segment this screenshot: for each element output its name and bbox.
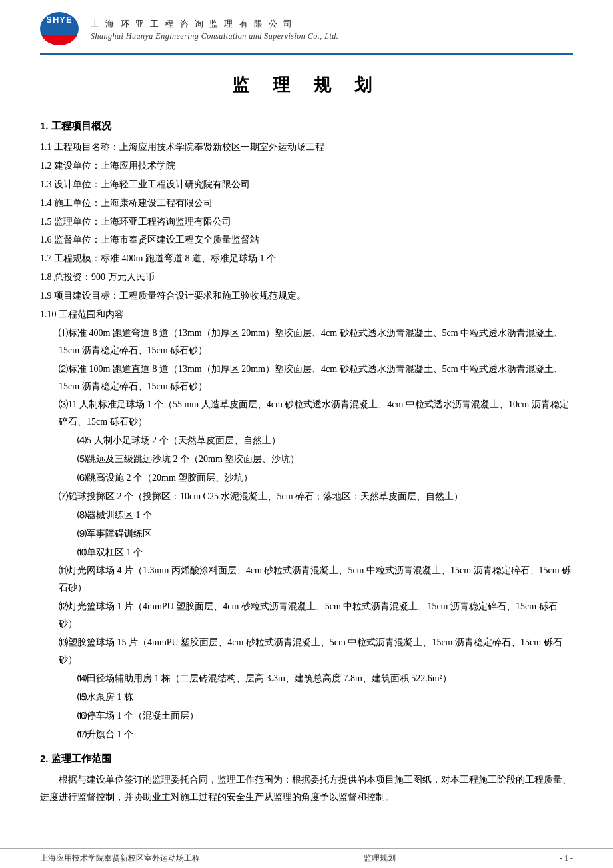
item-1-9: 1.9 项目建设目标：工程质量符合设计要求和施工验收规范规定。 [40,287,573,305]
sub-item-7: ⑺铅球投掷区 2 个（投掷区：10cm C25 水泥混凝土、5cm 碎石；落地区… [40,488,573,505]
sub-item-11: ⑾灯光网球场 4 片（1.3mm 丙烯酸涂料面层、4cm 砂粒式沥青混凝土、5c… [40,562,573,597]
page-footer: 上海应用技术学院奉贤新校区室外运动场工程 监理规划 - 1 - [0,848,613,868]
company-name-cn: 上 海 环 亚 工 程 咨 询 监 理 有 限 公 司 [91,18,338,30]
page: SHYE 上 海 环 亚 工 程 咨 询 监 理 有 限 公 司 Shangha… [0,0,613,868]
title-section: 监 理 规 划 [0,55,613,110]
item-1-3: 1.3 设计单位：上海轻工业工程设计研究院有限公司 [40,176,573,193]
sub-item-12: ⑿灯光篮球场 1 片（4mmPU 塑胶面层、4cm 砂粒式沥青混凝土、5cm 中… [40,598,573,633]
item-1-8: 1.8 总投资：900 万元人民币 [40,269,573,286]
sub-item-1: ⑴标准 400m 跑道弯道 8 道（13mm（加厚区 20mm）塑胶面层、4cm… [40,325,573,359]
content-area: 1. 工程项目概况 1.1 工程项目名称：上海应用技术学院奉贤新校区一期室外运动… [0,117,613,821]
item-1-7: 1.7 工程规模：标准 400m 跑道弯道 8 道、标准足球场 1 个 [40,250,573,267]
section-1: 1. 工程项目概况 1.1 工程项目名称：上海应用技术学院奉贤新校区一期室外运动… [40,117,573,743]
company-name-en: Shanghai Huanya Engineering Consultation… [91,31,338,41]
item-1-2: 1.2 建设单位：上海应用技术学院 [40,157,573,175]
sub-item-3: ⑶11 人制标准足球场 1 个（55 mm 人造草皮面层、4cm 砂粒式透水沥青… [40,396,573,431]
item-1-10: 1.10 工程范围和内容 [40,306,573,323]
section-2: 2. 监理工作范围 根据与建设单位签订的监理委托合同，监理工作范围为：根据委托方… [40,749,573,806]
section-1-heading: 1. 工程项目概况 [40,117,573,135]
footer-left: 上海应用技术学院奉贤新校区室外运动场工程 [40,853,200,864]
sub-item-16: ⒃停车场 1 个（混凝土面层） [40,707,573,725]
sub-item-6: ⑹跳高设施 2 个（20mm 塑胶面层、沙坑） [40,469,573,487]
footer-center: 监理规划 [364,853,396,864]
item-1-1: 1.1 工程项目名称：上海应用技术学院奉贤新校区一期室外运动场工程 [40,139,573,156]
document-title: 监 理 规 划 [0,73,613,97]
sub-item-13: ⒀塑胶篮球场 15 片（4mmPU 塑胶面层、4cm 砂粒式沥青混凝土、5cm … [40,634,573,669]
item-1-5: 1.5 监理单位：上海环亚工程咨询监理有限公司 [40,213,573,231]
company-name-block: 上 海 环 亚 工 程 咨 询 监 理 有 限 公 司 Shanghai Hua… [91,18,338,41]
sub-item-2: ⑵标准 100m 跑道直道 8 道（13mm（加厚区 20mm）塑胶面层、4cm… [40,361,573,395]
sub-item-15: ⒂水泵房 1 栋 [40,689,573,706]
section-2-body: 根据与建设单位签订的监理委托合同，监理工作范围为：根据委托方提供的本项目施工图纸… [40,771,573,806]
sub-item-5: ⑸跳远及三级跳远沙坑 2 个（20mm 塑胶面层、沙坑） [40,451,573,468]
sub-item-17: ⒄升旗台 1 个 [40,726,573,743]
sub-item-14: ⒁田径场辅助用房 1 栋（二层砖混结构、层高 3.3m、建筑总高度 7.8m、建… [40,670,573,687]
sub-item-10: ⑽单双杠区 1 个 [40,544,573,561]
header: SHYE 上 海 环 亚 工 程 咨 询 监 理 有 限 公 司 Shangha… [0,0,613,47]
sub-item-8: ⑻器械训练区 1 个 [40,507,573,524]
sub-item-4: ⑷5 人制小足球场 2 个（天然草皮面层、自然土） [40,432,573,449]
company-logo: SHYE [40,12,80,47]
item-1-4: 1.4 施工单位：上海康桥建设工程有限公司 [40,195,573,212]
section-2-heading: 2. 监理工作范围 [40,749,573,767]
sub-item-9: ⑼军事障碍训练区 [40,525,573,543]
item-1-6: 1.6 监督单位：上海市奉贤区建设工程安全质量监督站 [40,231,573,249]
footer-right: - 1 - [560,853,573,863]
